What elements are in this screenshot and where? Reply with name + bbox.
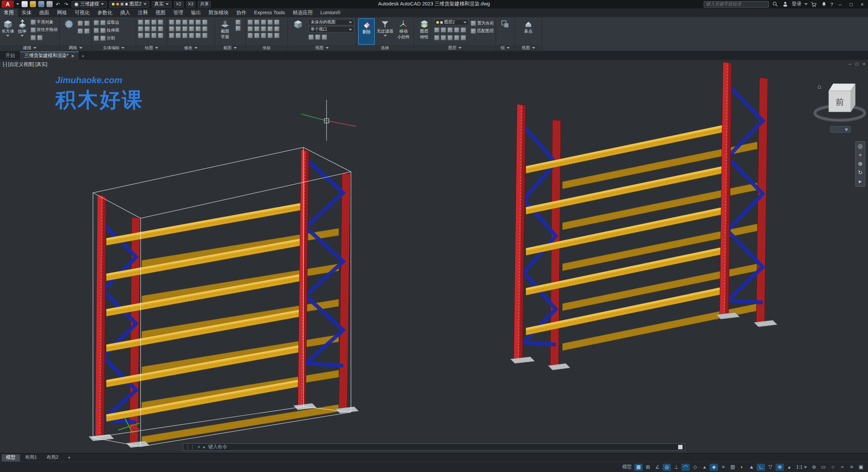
undo-icon[interactable]: ↶ [55,1,61,7]
ucs-3point-icon[interactable] [268,26,273,32]
tab-visualize[interactable]: 可视化 [71,8,94,17]
separate-button[interactable]: 分割 [94,34,119,41]
panel-label-selection[interactable]: 选择 [356,45,413,51]
mesh-smooth-less-icon[interactable] [84,28,90,33]
3d-scale-icon[interactable] [182,33,188,38]
layout-tab-2[interactable]: 布局2 [42,454,63,461]
tab-collaborate[interactable]: 协作 [233,8,250,17]
visual-style-dropdown[interactable]: 真实 [152,1,172,7]
viewcube-home-icon[interactable]: ⌂ [817,83,821,90]
match-layer-button[interactable]: 匹配图层 [471,27,494,34]
panel-label-draw[interactable]: 绘图 [136,45,167,51]
command-grip-icon[interactable]: ⋮⋮ [185,444,195,450]
helix-icon[interactable] [151,33,157,38]
dynamic-ucs-icon[interactable]: ∟ [757,464,765,471]
stretch-icon[interactable] [169,26,174,32]
extrude-button[interactable]: 拉伸 [16,18,28,45]
tab-lumion[interactable]: Lumion® [317,8,344,17]
extrude-faces-button[interactable]: 拉伸面 [94,26,119,34]
ucs-zaxis-icon[interactable] [261,26,266,32]
region-icon[interactable] [144,33,150,38]
orbit-icon[interactable]: ↻ [858,170,863,175]
viewport-restore-icon[interactable] [308,34,314,39]
share-button[interactable]: 共享 [198,1,211,7]
mesh-smooth-button[interactable] [61,18,76,45]
ucs-world-icon[interactable] [248,19,253,25]
extract-edges-button[interactable]: 提取边 [94,19,119,26]
drawing-close-icon[interactable]: × [863,61,865,67]
explode-icon[interactable] [195,26,201,32]
ellipse-icon[interactable] [144,26,150,32]
drawing-restore-icon[interactable]: □ [855,61,858,67]
section-plane-button[interactable]: 截面 平面 [216,18,234,45]
3d-align-icon[interactable] [189,33,194,38]
signin-label[interactable]: 登录 [792,1,802,8]
ucs-x-icon[interactable] [274,26,279,32]
layer-delete-icon[interactable] [461,35,466,40]
arc-icon[interactable] [158,19,163,25]
pan-icon[interactable]: + [859,152,862,158]
redo-icon[interactable]: ↷ [63,1,69,7]
maximize-button[interactable]: □ [847,1,855,7]
snap-icon[interactable]: ⊞ [644,464,652,471]
tab-insert[interactable]: 插入 [116,8,134,17]
ucs-y-icon[interactable] [248,33,253,38]
viewcube-wcs-dropdown[interactable] [830,126,850,132]
file-tab-start[interactable]: 开始 [1,52,19,60]
command-prompt[interactable]: 键入命令 [208,444,227,451]
panel-label-modify[interactable]: 修改 [167,45,214,51]
layer-unlock-icon[interactable] [461,27,466,32]
interfere-icon[interactable] [202,33,208,38]
scale-icon[interactable] [176,26,181,32]
new-layout-button[interactable]: + [63,454,75,461]
workspace-gear-icon[interactable]: ⊛ [810,464,818,471]
layer-merge-icon[interactable] [454,35,459,40]
3d-rotate-icon[interactable] [176,33,181,38]
tab-express-tools[interactable]: Express Tools [250,8,289,17]
panel-label-solid-editing[interactable]: 实体编辑 [92,45,136,51]
tab-manage[interactable]: 管理 [170,8,187,17]
ucs-z-icon[interactable] [254,33,259,38]
array-icon[interactable] [182,26,188,32]
ucs-named-icon[interactable] [261,33,266,38]
ucs-origin-icon[interactable] [254,26,259,32]
selection-filter-icon[interactable]: ▽ [766,464,774,471]
ucs-face-icon[interactable] [268,19,273,25]
tab-surface[interactable]: 曲面 [35,8,53,17]
minimize-button[interactable]: – [836,1,844,7]
presspull-button[interactable]: 按住并拖动 [30,26,58,33]
navigation-wheel-icon[interactable]: ◎ [858,144,863,149]
isolate-objects-icon[interactable]: ○ [829,464,837,471]
ucs-icon[interactable] [254,19,259,25]
tab-mesh[interactable]: 网格 [53,8,71,17]
slice-icon[interactable] [195,33,201,38]
showmotion-icon[interactable]: ▸ [859,179,862,184]
tab-view[interactable]: 视图 [152,8,169,17]
3d-move-icon[interactable] [169,33,174,38]
dynamic-input-icon[interactable]: ◎ [663,464,671,471]
notification-bell-icon[interactable] [821,1,828,7]
search-icon[interactable] [772,1,779,7]
base-view-button[interactable]: 基点 [520,18,537,45]
file-tab-close-icon[interactable]: × [71,53,74,59]
panel-label-section[interactable]: 截面 [215,45,245,51]
panel-label-coordinates[interactable]: 坐标 [246,45,287,51]
workspace-dropdown[interactable]: 三维建模 [72,1,107,7]
view-cube-button[interactable] [290,18,307,45]
command-close-icon[interactable]: × [198,444,200,450]
polysolid-icon[interactable] [30,35,36,40]
ucs-view-icon[interactable] [248,26,253,32]
transparency-icon[interactable]: ▨ [729,464,737,471]
lineweight-icon[interactable]: ≡ [719,464,727,471]
viewport-visual-style-button[interactable]: [真实] [35,61,47,68]
viewport-view-button[interactable]: [自定义视图] [8,61,34,68]
selection-filter-dropdown[interactable]: 无过滤器 [377,18,393,45]
panel-label-mesh[interactable]: 网格 [60,45,91,51]
ucs-previous-icon[interactable] [261,19,266,25]
app-menu-caret-icon[interactable] [16,3,19,5]
command-recent-icon[interactable]: ▸ [203,444,205,450]
tab-addins[interactable]: 附加模块 [205,8,233,17]
viewcube[interactable]: 前 ⌂ [815,83,865,120]
signin-person-icon[interactable] [782,1,789,7]
named-views-dropdown[interactable]: 未保存的视图 [308,19,354,26]
